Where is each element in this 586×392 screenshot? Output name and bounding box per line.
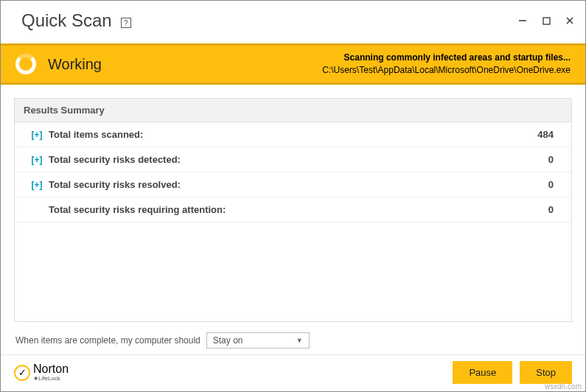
check-icon: ✓ — [14, 365, 30, 381]
result-row-risks-attention: Total security risks requiring attention… — [15, 197, 571, 223]
row-value: 0 — [548, 154, 561, 165]
window-controls — [516, 14, 576, 27]
status-headline: Scanning commonly infected areas and sta… — [322, 52, 571, 64]
result-row-items-scanned: [+] Total items scanned: 484 — [15, 122, 571, 147]
row-label: Total items scanned: — [49, 129, 537, 140]
expand-icon[interactable]: [+] — [25, 155, 49, 165]
row-label: Total security risks requiring attention… — [49, 204, 548, 215]
chevron-down-icon: ▼ — [296, 337, 303, 344]
status-label: Working — [48, 56, 102, 73]
expand-icon[interactable]: [+] — [25, 130, 49, 140]
brand-logo: ✓ Norton ★LifeLock — [14, 363, 69, 382]
row-label: Total security risks resolved: — [49, 179, 548, 190]
content-area: Results Summary [+] Total items scanned:… — [1, 85, 585, 354]
completion-selected: Stay on — [213, 335, 243, 346]
row-value: 484 — [537, 129, 561, 140]
results-header: Results Summary — [15, 99, 571, 122]
footer: ✓ Norton ★LifeLock Pause Stop — [1, 354, 585, 391]
spinner-icon — [15, 54, 36, 74]
result-row-risks-resolved: [+] Total security risks resolved: 0 — [15, 172, 571, 197]
brand-main: Norton — [33, 363, 69, 375]
brand-sub: ★LifeLock — [33, 376, 69, 382]
status-bar: Working Scanning commonly infected areas… — [1, 43, 585, 85]
row-label: Total security risks detected: — [49, 154, 548, 165]
window-title: Quick Scan — [21, 10, 112, 31]
svg-rect-1 — [543, 18, 550, 24]
close-button[interactable] — [563, 14, 576, 27]
pause-button[interactable]: Pause — [453, 361, 512, 384]
results-summary: Results Summary [+] Total items scanned:… — [14, 98, 572, 322]
maximize-button[interactable] — [540, 14, 553, 27]
minimize-button[interactable] — [516, 14, 529, 27]
result-row-risks-detected: [+] Total security risks detected: 0 — [15, 147, 571, 172]
action-buttons: Pause Stop — [453, 361, 572, 384]
completion-prompt: When items are complete, my computer sho… — [15, 335, 200, 346]
stop-button[interactable]: Stop — [520, 361, 572, 384]
status-path: C:\Users\Test\AppData\Local\Microsoft\On… — [322, 64, 571, 77]
row-value: 0 — [548, 179, 561, 190]
row-value: 0 — [548, 204, 561, 215]
expand-icon[interactable]: [+] — [25, 180, 49, 190]
titlebar: Quick Scan ? — [1, 1, 585, 43]
completion-select[interactable]: Stay on ▼ — [206, 332, 310, 349]
completion-row: When items are complete, my computer sho… — [14, 322, 572, 351]
status-detail: Scanning commonly infected areas and sta… — [322, 52, 571, 77]
help-icon[interactable]: ? — [121, 18, 131, 28]
